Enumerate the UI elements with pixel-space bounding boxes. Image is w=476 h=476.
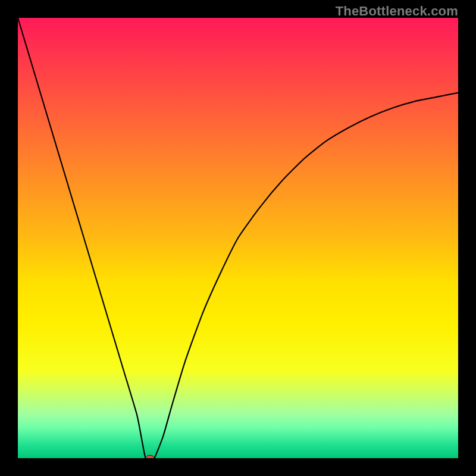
curve-line (18, 18, 458, 458)
minimum-marker (146, 455, 154, 458)
plot-area (18, 18, 458, 458)
watermark-text: TheBottleneck.com (336, 4, 458, 19)
chart-svg (18, 18, 458, 458)
chart-frame: TheBottleneck.com (0, 0, 476, 476)
